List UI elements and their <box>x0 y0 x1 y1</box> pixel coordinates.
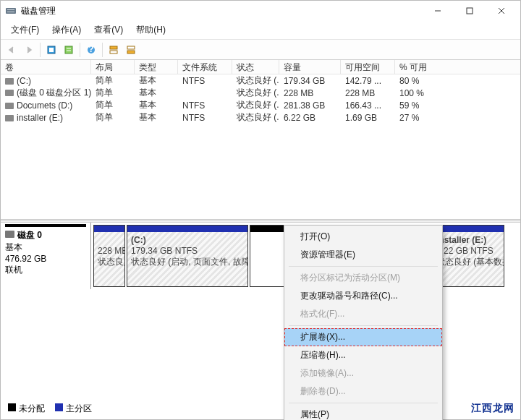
separator <box>102 43 103 57</box>
partition[interactable]: installer (E:)6.22 GB NTFS状态良好 (基本数据分 <box>432 225 504 287</box>
partition-bar <box>94 226 124 232</box>
ctx-separator <box>289 266 438 267</box>
svg-rect-0 <box>6 8 16 14</box>
partition-body: installer (E:)6.22 GB NTFS状态良好 (基本数据分 <box>433 232 504 286</box>
svg-rect-8 <box>49 48 54 52</box>
svg-rect-4 <box>467 8 473 14</box>
ctx-separator <box>289 403 438 403</box>
ctx-format: 格式化(F)... <box>284 305 442 323</box>
volume-list-header: 卷 布局 类型 文件系统 状态 容量 可用空间 % 可用 <box>1 60 520 74</box>
help-button[interactable]: ? <box>83 42 99 58</box>
disk-management-window: 磁盘管理 文件(F) 操作(A) 查看(V) 帮助(H) ? 卷 布局 类型 文… <box>0 0 521 420</box>
svg-rect-2 <box>7 12 14 12</box>
svg-rect-1 <box>7 9 14 10</box>
disk-icon <box>5 231 14 238</box>
ctx-separator <box>289 325 438 326</box>
col-capacity[interactable]: 容量 <box>279 60 341 74</box>
ctx-extend-volume[interactable]: 扩展卷(X)... <box>284 328 442 346</box>
swatch-blue <box>55 403 63 411</box>
app-icon <box>5 5 17 17</box>
disk-info[interactable]: 磁盘 0 基本 476.92 GB 联机 <box>1 223 91 289</box>
ctx-explorer[interactable]: 资源管理器(E) <box>284 246 442 264</box>
svg-rect-15 <box>110 51 117 53</box>
volume-rows: (C:)简单基本NTFS状态良好 (...179.34 GB142.79 ...… <box>1 74 520 219</box>
disk-label: 磁盘 0 <box>5 229 86 241</box>
col-pct[interactable]: % 可用 <box>395 60 446 74</box>
window-controls <box>422 1 517 21</box>
separator <box>80 43 80 57</box>
table-row[interactable]: (C:)简单基本NTFS状态良好 (...179.34 GB142.79 ...… <box>1 74 520 87</box>
watermark: 江西龙网 <box>471 402 514 415</box>
partition[interactable]: 228 MB状态良好 (E <box>93 225 125 287</box>
partition-bar <box>433 226 504 232</box>
swatch-black <box>8 403 16 411</box>
svg-rect-17 <box>127 51 135 53</box>
partition[interactable]: (C:)179.34 GB NTFS状态良好 (启动, 页面文件, 故障 <box>127 225 248 287</box>
col-type[interactable]: 类型 <box>135 60 178 74</box>
forward-button <box>21 42 37 58</box>
partition-body: 228 MB状态良好 (E <box>94 232 124 286</box>
maximize-button[interactable] <box>454 1 486 21</box>
col-volume[interactable]: 卷 <box>1 60 91 74</box>
menu-view[interactable]: 查看(V) <box>88 22 129 38</box>
legend-unallocated: 未分配 <box>8 403 45 415</box>
partition-bar <box>127 226 247 232</box>
minimize-button[interactable] <box>422 1 454 21</box>
table-row[interactable]: Documets (D:)简单基本NTFS状态良好 (...281.38 GB1… <box>1 99 520 111</box>
properties-button[interactable] <box>61 42 77 58</box>
ctx-mark-active: 将分区标记为活动分区(M) <box>284 269 442 287</box>
svg-text:?: ? <box>88 45 93 54</box>
ctx-open[interactable]: 打开(O) <box>284 228 442 246</box>
titlebar[interactable]: 磁盘管理 <box>1 1 520 21</box>
disk-size: 476.92 GB <box>5 254 86 264</box>
separator <box>40 43 41 57</box>
table-row[interactable]: (磁盘 0 磁盘分区 1)简单基本状态良好 (...228 MB228 MB10… <box>1 87 520 99</box>
volume-list[interactable]: 卷 布局 类型 文件系统 状态 容量 可用空间 % 可用 (C:)简单基本NTF… <box>1 60 520 220</box>
context-menu: 打开(O) 资源管理器(E) 将分区标记为活动分区(M) 更改驱动器号和路径(C… <box>284 225 443 420</box>
col-status[interactable]: 状态 <box>232 60 279 74</box>
menu-file[interactable]: 文件(F) <box>5 22 45 38</box>
window-title: 磁盘管理 <box>21 5 422 17</box>
ctx-change-letter[interactable]: 更改驱动器号和路径(C)... <box>284 287 442 305</box>
ctx-add-mirror: 添加镜像(A)... <box>284 364 442 382</box>
disk-type: 基本 <box>5 241 86 254</box>
partition-body: (C:)179.34 GB NTFS状态良好 (启动, 页面文件, 故障 <box>127 232 247 286</box>
menubar: 文件(F) 操作(A) 查看(V) 帮助(H) <box>1 21 520 40</box>
col-fs[interactable]: 文件系统 <box>178 60 232 74</box>
ctx-shrink-volume[interactable]: 压缩卷(H)... <box>284 346 442 364</box>
table-row[interactable]: installer (E:)简单基本NTFS状态良好 (...6.22 GB1.… <box>1 111 520 124</box>
close-button[interactable] <box>486 1 517 21</box>
col-free[interactable]: 可用空间 <box>341 60 395 74</box>
layout-top-button[interactable] <box>106 42 122 58</box>
svg-rect-16 <box>127 46 135 49</box>
refresh-button[interactable] <box>43 42 59 58</box>
ctx-delete-volume: 删除卷(D)... <box>284 382 442 400</box>
back-button <box>4 42 20 58</box>
disk-status: 联机 <box>5 264 86 276</box>
toolbar: ? <box>1 40 520 60</box>
menu-action[interactable]: 操作(A) <box>46 22 87 38</box>
legend-primary: 主分区 <box>55 403 92 415</box>
layout-bottom-button[interactable] <box>123 42 139 58</box>
ctx-properties[interactable]: 属性(P) <box>284 406 442 420</box>
svg-rect-9 <box>65 46 72 53</box>
col-layout[interactable]: 布局 <box>91 60 135 74</box>
menu-help[interactable]: 帮助(H) <box>130 22 171 38</box>
svg-rect-14 <box>110 46 117 49</box>
disk-header-bar <box>5 224 86 227</box>
